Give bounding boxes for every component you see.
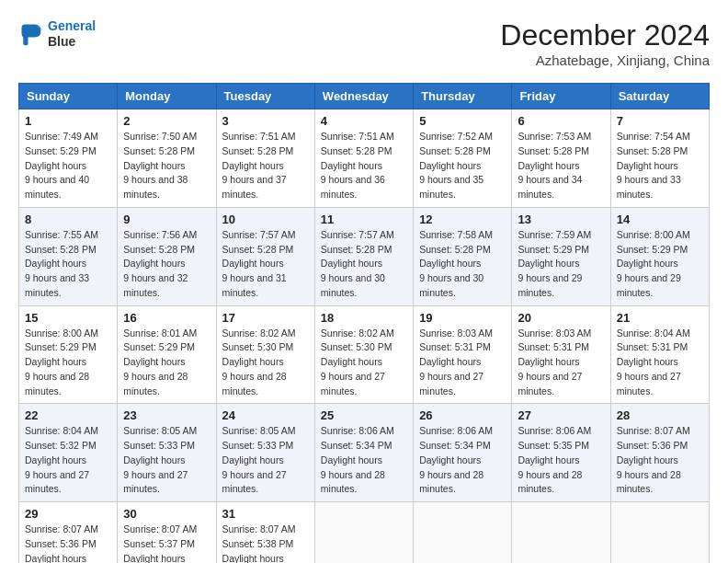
daylight-label: Daylight hours [222, 454, 284, 465]
day-number: 12 [419, 213, 506, 226]
day-number: 20 [518, 311, 604, 325]
day-number: 30 [123, 507, 210, 521]
calendar-cell: 13 Sunrise: 7:59 AM Sunset: 5:29 PM Dayl… [512, 207, 610, 305]
sunrise-label: Sunrise: 8:00 AM [617, 229, 690, 240]
daylight-duration: 9 hours and 34 minutes. [518, 174, 582, 200]
calendar-cell: 7 Sunrise: 7:54 AM Sunset: 5:28 PM Dayli… [610, 109, 709, 208]
page-header: General Blue December 2024 Azhatebage, X… [18, 18, 710, 68]
calendar-cell: 9 Sunrise: 7:56 AM Sunset: 5:28 PM Dayli… [118, 207, 216, 305]
day-number: 31 [222, 507, 309, 521]
calendar-cell: 30 Sunrise: 8:07 AM Sunset: 5:37 PM Dayl… [118, 502, 216, 564]
calendar-cell: 4 Sunrise: 7:51 AM Sunset: 5:28 PM Dayli… [314, 109, 413, 208]
daylight-duration: 9 hours and 28 minutes. [25, 371, 89, 396]
daylight-label: Daylight hours [321, 160, 382, 171]
day-info: Sunrise: 8:07 AM Sunset: 5:36 PM Dayligh… [617, 424, 703, 497]
daylight-label: Daylight hours [123, 258, 185, 269]
logo-icon [18, 21, 44, 47]
day-number: 13 [518, 213, 604, 226]
daylight-label: Daylight hours [518, 258, 579, 269]
day-number: 29 [25, 507, 111, 521]
daylight-label: Daylight hours [617, 258, 678, 269]
calendar-week-row: 8 Sunrise: 7:55 AM Sunset: 5:28 PM Dayli… [19, 207, 710, 305]
sunrise-label: Sunrise: 7:51 AM [222, 131, 296, 142]
sunset-label: Sunset: 5:29 PM [617, 244, 688, 255]
sunset-label: Sunset: 5:28 PM [419, 244, 491, 255]
daylight-duration: 9 hours and 31 minutes. [222, 272, 287, 298]
daylight-duration: 9 hours and 27 minutes. [25, 469, 89, 495]
weekday-header: Sunday [19, 84, 118, 109]
sunset-label: Sunset: 5:33 PM [123, 440, 195, 451]
daylight-duration: 9 hours and 36 minutes. [321, 174, 385, 200]
calendar-cell [314, 502, 413, 564]
calendar-cell [414, 502, 512, 564]
sunrise-label: Sunrise: 7:58 AM [419, 229, 493, 240]
sunrise-label: Sunrise: 7:49 AM [25, 131, 98, 142]
sunset-label: Sunset: 5:29 PM [518, 244, 589, 255]
day-info: Sunrise: 8:05 AM Sunset: 5:33 PM Dayligh… [123, 424, 210, 497]
calendar-week-row: 22 Sunrise: 8:04 AM Sunset: 5:32 PM Dayl… [19, 404, 710, 502]
day-info: Sunrise: 8:02 AM Sunset: 5:30 PM Dayligh… [222, 327, 309, 399]
calendar-cell: 19 Sunrise: 8:03 AM Sunset: 5:31 PM Dayl… [414, 305, 512, 404]
sunset-label: Sunset: 5:30 PM [222, 341, 294, 352]
calendar-cell: 8 Sunrise: 7:55 AM Sunset: 5:28 PM Dayli… [19, 207, 118, 305]
day-info: Sunrise: 7:52 AM Sunset: 5:28 PM Dayligh… [419, 130, 506, 202]
sunset-label: Sunset: 5:28 PM [25, 244, 97, 255]
weekday-header: Tuesday [216, 84, 314, 109]
day-info: Sunrise: 7:51 AM Sunset: 5:28 PM Dayligh… [321, 130, 407, 202]
calendar-cell: 29 Sunrise: 8:07 AM Sunset: 5:36 PM Dayl… [19, 502, 118, 564]
daylight-duration: 9 hours and 28 minutes. [123, 371, 188, 396]
daylight-duration: 9 hours and 29 minutes. [518, 272, 582, 298]
daylight-duration: 9 hours and 28 minutes. [321, 469, 385, 495]
calendar-cell: 24 Sunrise: 8:05 AM Sunset: 5:33 PM Dayl… [216, 404, 314, 502]
daylight-label: Daylight hours [321, 258, 382, 269]
sunset-label: Sunset: 5:34 PM [321, 440, 392, 451]
day-info: Sunrise: 7:59 AM Sunset: 5:29 PM Dayligh… [518, 228, 604, 301]
sunset-label: Sunset: 5:36 PM [25, 538, 97, 549]
sunrise-label: Sunrise: 7:50 AM [123, 131, 197, 142]
sunrise-label: Sunrise: 8:04 AM [617, 327, 690, 339]
daylight-label: Daylight hours [25, 454, 86, 465]
daylight-label: Daylight hours [518, 454, 579, 465]
sunrise-label: Sunrise: 8:07 AM [123, 523, 197, 534]
daylight-duration: 9 hours and 30 minutes. [321, 272, 385, 298]
daylight-label: Daylight hours [419, 356, 481, 367]
sunrise-label: Sunrise: 7:54 AM [617, 131, 690, 142]
calendar-cell: 22 Sunrise: 8:04 AM Sunset: 5:32 PM Dayl… [19, 404, 118, 502]
daylight-label: Daylight hours [222, 258, 284, 269]
day-number: 15 [25, 311, 111, 325]
month-title: December 2024 [500, 18, 710, 52]
calendar-cell: 11 Sunrise: 7:57 AM Sunset: 5:28 PM Dayl… [314, 207, 413, 305]
daylight-label: Daylight hours [321, 454, 382, 465]
calendar-cell: 14 Sunrise: 8:00 AM Sunset: 5:29 PM Dayl… [610, 207, 709, 305]
sunset-label: Sunset: 5:28 PM [222, 244, 294, 255]
sunrise-label: Sunrise: 8:06 AM [419, 425, 493, 436]
day-info: Sunrise: 8:07 AM Sunset: 5:37 PM Dayligh… [123, 523, 210, 563]
sunrise-label: Sunrise: 8:07 AM [25, 523, 98, 534]
daylight-label: Daylight hours [518, 160, 579, 171]
weekday-row: SundayMondayTuesdayWednesdayThursdayFrid… [19, 84, 710, 109]
day-info: Sunrise: 8:07 AM Sunset: 5:38 PM Dayligh… [222, 523, 309, 563]
day-number: 3 [222, 114, 309, 128]
calendar-cell: 20 Sunrise: 8:03 AM Sunset: 5:31 PM Dayl… [512, 305, 610, 404]
sunrise-label: Sunrise: 8:02 AM [222, 327, 296, 339]
calendar-cell: 5 Sunrise: 7:52 AM Sunset: 5:28 PM Dayli… [414, 109, 512, 208]
logo-line1: General [48, 18, 96, 33]
location: Azhatebage, Xinjiang, China [500, 52, 710, 68]
sunset-label: Sunset: 5:35 PM [518, 440, 589, 451]
day-number: 5 [419, 114, 506, 128]
sunset-label: Sunset: 5:38 PM [222, 538, 294, 549]
calendar-cell [512, 502, 610, 564]
calendar-cell: 26 Sunrise: 8:06 AM Sunset: 5:34 PM Dayl… [414, 404, 512, 502]
day-number: 6 [518, 114, 604, 128]
sunrise-label: Sunrise: 8:07 AM [222, 523, 296, 534]
sunrise-label: Sunrise: 7:51 AM [321, 131, 394, 142]
day-number: 27 [518, 408, 604, 422]
weekday-header: Wednesday [314, 84, 413, 109]
daylight-label: Daylight hours [123, 454, 185, 465]
sunset-label: Sunset: 5:28 PM [617, 145, 688, 156]
sunset-label: Sunset: 5:32 PM [25, 440, 97, 451]
day-info: Sunrise: 7:53 AM Sunset: 5:28 PM Dayligh… [518, 130, 604, 202]
calendar-week-row: 1 Sunrise: 7:49 AM Sunset: 5:29 PM Dayli… [19, 109, 710, 208]
sunrise-label: Sunrise: 7:57 AM [222, 229, 296, 240]
sunrise-label: Sunrise: 8:04 AM [25, 425, 98, 436]
